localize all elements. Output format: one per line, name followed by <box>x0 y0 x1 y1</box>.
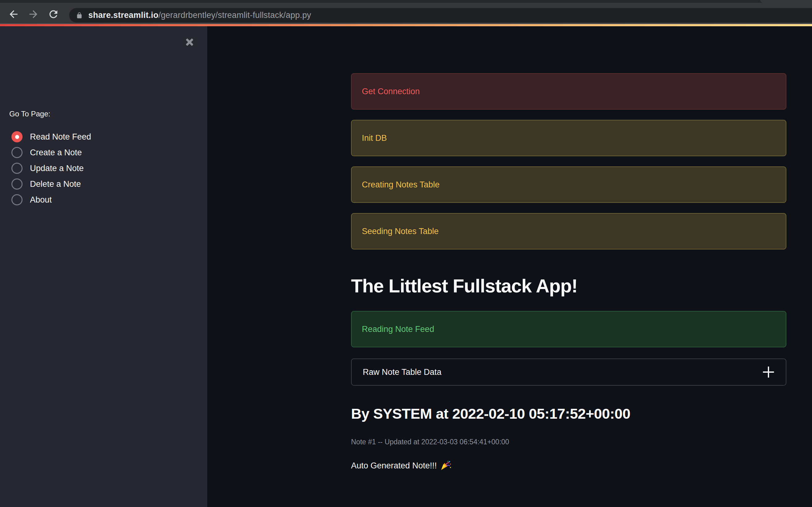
streamlit-decoration-bar <box>0 24 812 26</box>
radio-option-label: About <box>30 195 52 205</box>
radio-option-update-a-note[interactable]: Update a Note <box>11 162 91 174</box>
warning-alert-seeding-table: Seeding Notes Table <box>351 213 787 249</box>
note-heading: By SYSTEM at 2022-02-10 05:17:52+00:00 <box>351 405 787 422</box>
raw-data-expander[interactable]: Raw Note Table Data <box>351 358 787 386</box>
sidebar: Go To Page: Read Note Feed Create a Note… <box>0 26 207 507</box>
reload-button[interactable] <box>45 6 62 23</box>
plus-icon <box>762 366 775 378</box>
note-caption: Note #1 -- Updated at 2022-03-03 06:54:4… <box>351 438 787 446</box>
error-alert-text: Get Connection <box>362 87 420 96</box>
expander-label: Raw Note Table Data <box>363 368 442 377</box>
page-title: The Littlest Fullstack App! <box>351 275 787 297</box>
note-body-text: Auto Generated Note!!! <box>351 461 437 470</box>
radio-option-delete-a-note[interactable]: Delete a Note <box>11 178 91 190</box>
goto-page-label: Go To Page: <box>9 110 50 118</box>
url-host: share.streamlit.io <box>88 10 158 20</box>
success-alert: Reading Note Feed <box>351 311 787 347</box>
radio-option-label: Read Note Feed <box>30 132 91 142</box>
radio-button-icon <box>11 163 22 174</box>
radio-option-label: Delete a Note <box>30 179 81 189</box>
url-path: /gerardrbentley/streamlit-fullstack/app.… <box>158 10 311 20</box>
radio-option-about[interactable]: About <box>11 193 91 206</box>
radio-button-icon <box>11 131 22 143</box>
radio-button-icon <box>11 178 22 189</box>
radio-button-icon <box>11 194 22 205</box>
forward-button[interactable] <box>25 6 42 23</box>
browser-window: share.streamlit.io/gerardrbentley/stream… <box>0 0 812 507</box>
warning-alert-init-db: Init DB <box>351 120 787 156</box>
back-arrow-icon <box>8 8 19 20</box>
error-alert: Get Connection <box>351 73 787 110</box>
reload-icon <box>48 8 59 20</box>
success-alert-text: Reading Note Feed <box>362 325 434 334</box>
warning-alert-creating-table: Creating Notes Table <box>351 166 787 203</box>
tab-strip <box>0 0 812 3</box>
url-text: share.streamlit.io/gerardrbentley/stream… <box>88 10 311 20</box>
forward-arrow-icon <box>27 8 39 20</box>
tab-corner <box>760 0 812 3</box>
radio-option-label: Update a Note <box>30 164 84 173</box>
sidebar-close-button[interactable] <box>185 37 194 47</box>
note-body: Auto Generated Note!!! <box>351 460 787 471</box>
warning-alert-text: Init DB <box>362 133 387 143</box>
url-bar[interactable]: share.streamlit.io/gerardrbentley/stream… <box>69 8 812 22</box>
radio-button-icon <box>11 147 22 158</box>
radio-option-read-note-feed[interactable]: Read Note Feed <box>11 131 91 143</box>
warning-alert-text: Creating Notes Table <box>362 180 440 189</box>
party-popper-icon <box>440 460 451 471</box>
radio-option-label: Create a Note <box>30 148 82 158</box>
browser-toolbar: share.streamlit.io/gerardrbentley/stream… <box>0 3 812 24</box>
radio-option-create-a-note[interactable]: Create a Note <box>11 146 91 159</box>
back-button[interactable] <box>5 6 22 23</box>
main-content: Get Connection Init DB Creating Notes Ta… <box>207 26 812 507</box>
lock-icon <box>76 11 83 20</box>
page-radio-group: Read Note Feed Create a Note Update a No… <box>11 131 91 209</box>
warning-alert-text: Seeding Notes Table <box>362 227 439 236</box>
